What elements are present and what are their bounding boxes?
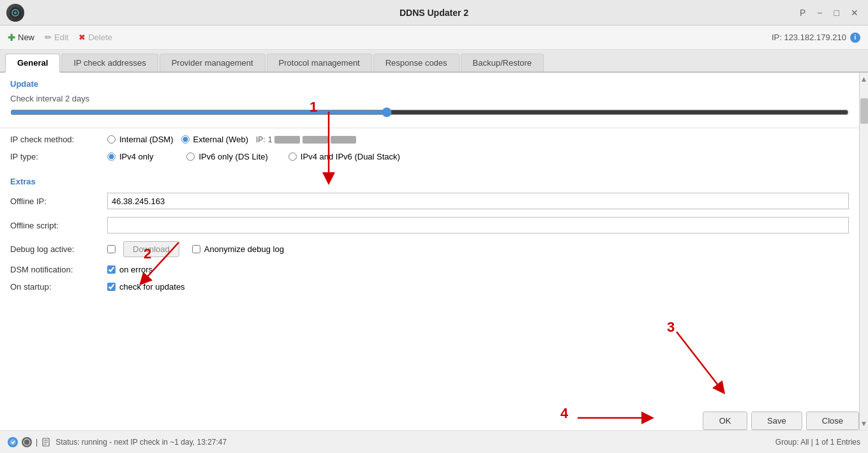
- app-icon: [6, 4, 24, 22]
- delete-button[interactable]: ✖ Delete: [79, 33, 112, 42]
- new-label: New: [18, 33, 34, 42]
- ipv6-label: IPv6 only (DS Lite): [198, 152, 267, 161]
- on-errors-label: on errors: [119, 265, 153, 274]
- offline-ip-label: Offline IP:: [10, 197, 100, 206]
- on-startup-label: On startup:: [10, 282, 100, 292]
- external-radio-group: External (Web): [181, 135, 248, 144]
- main-content: Update Check interval 2 days IP check me…: [0, 73, 868, 430]
- statusbar: | Status: running - next IP check in ~1 …: [0, 430, 868, 453]
- ip-number: 1: [268, 135, 273, 144]
- maximize-button[interactable]: □: [831, 6, 842, 19]
- delete-icon: ✖: [79, 33, 86, 42]
- pipe-divider: |: [36, 438, 38, 447]
- ip-blurred-1: [274, 136, 300, 144]
- ipv4-radio[interactable]: [107, 152, 116, 161]
- tab-protocol[interactable]: Protocol management: [267, 54, 372, 71]
- close-button[interactable]: ✕: [848, 6, 862, 19]
- external-label: External (Web): [193, 135, 248, 144]
- internal-label: Internal (DSM): [119, 135, 174, 144]
- check-updates-label: check for updates: [119, 282, 185, 292]
- svg-point-2: [14, 11, 17, 14]
- extras-section-header: Extras: [0, 170, 859, 189]
- ipv6-radio[interactable]: [186, 152, 195, 161]
- titlebar-left: [6, 4, 24, 22]
- check-interval-label: Check interval 2 days: [10, 94, 849, 103]
- internal-radio[interactable]: [107, 135, 116, 144]
- window-title: DDNS Updater 2: [400, 8, 468, 18]
- debug-log-checkbox[interactable]: [107, 245, 116, 253]
- minimize-button[interactable]: −: [814, 6, 825, 19]
- tab-ip-check[interactable]: IP check addresses: [61, 54, 158, 71]
- spacer-1: [0, 165, 859, 170]
- scrollbar[interactable]: ▲ ▼: [859, 73, 868, 430]
- toolbar-right: IP: 123.182.179.210 i: [772, 33, 860, 43]
- status-text: Status: running - next IP check in ~1 da…: [56, 438, 227, 447]
- on-errors-group: on errors: [107, 265, 153, 274]
- ip-blurred-3: [331, 136, 356, 144]
- content-area: Update Check interval 2 days IP check me…: [0, 73, 859, 430]
- toolbar: ✚ New ✏ Edit ✖ Delete IP: 123.182.179.21…: [0, 26, 868, 50]
- tab-response[interactable]: Response codes: [373, 54, 460, 71]
- statusbar-icons: |: [8, 437, 50, 447]
- download-button: Download: [123, 241, 179, 257]
- dual-radio[interactable]: [288, 152, 297, 161]
- statusbar-left: | Status: running - next IP check in ~1 …: [8, 437, 227, 447]
- save-button[interactable]: Save: [751, 412, 802, 430]
- edit-button[interactable]: ✏ Edit: [45, 33, 68, 42]
- tab-provider[interactable]: Provider management: [160, 54, 266, 71]
- ip-blurred-2: [303, 136, 328, 144]
- dual-label: IPv4 and IPv6 (Dual Stack): [301, 152, 400, 161]
- check-updates-checkbox[interactable]: [107, 283, 116, 291]
- status-icon-2: [22, 437, 32, 447]
- group-text: Group: All | 1 of 1 Entries: [775, 438, 860, 447]
- anonymize-group: Anonymize debug log: [192, 244, 284, 254]
- dsm-notification-row: DSM notification: on errors: [0, 261, 859, 278]
- check-updates-group: check for updates: [107, 282, 185, 292]
- svg-point-3: [10, 439, 16, 445]
- footer-buttons: OK Save Close: [703, 412, 859, 430]
- ip-prefix: IP:: [256, 135, 266, 144]
- dual-radio-group: IPv4 and IPv6 (Dual Stack): [288, 152, 400, 161]
- offline-ip-row: Offline IP:: [0, 189, 859, 213]
- ok-button[interactable]: OK: [703, 412, 747, 430]
- debug-log-checkbox-group: [107, 245, 116, 253]
- divider-1: [0, 128, 859, 128]
- edit-icon: ✏: [45, 33, 52, 42]
- anonymize-checkbox[interactable]: [192, 245, 200, 253]
- update-section-header: Update: [0, 73, 859, 91]
- debug-log-row: Debug log active: Download Anonymize deb…: [0, 237, 859, 261]
- ip-info-icon[interactable]: i: [850, 33, 860, 43]
- statusbar-right: Group: All | 1 of 1 Entries: [775, 438, 860, 447]
- offline-script-row: Offline script:: [0, 213, 859, 237]
- tab-general[interactable]: General: [5, 54, 60, 73]
- plus-icon: ✚: [8, 33, 15, 43]
- close-button-footer[interactable]: Close: [806, 412, 859, 430]
- edit-label: Edit: [54, 33, 68, 42]
- ip-type-label: IP type:: [10, 152, 100, 161]
- offline-script-input[interactable]: [107, 217, 849, 234]
- on-startup-row: On startup: check for updates: [0, 278, 859, 295]
- internal-radio-group: Internal (DSM): [107, 135, 174, 144]
- svg-point-4: [24, 439, 30, 445]
- check-interval-slider[interactable]: [10, 107, 849, 117]
- ip-check-method-label: IP check method:: [10, 135, 100, 144]
- ipv4-label: IPv4 only: [119, 152, 153, 161]
- new-button[interactable]: ✚ New: [8, 33, 34, 43]
- ipv6-radio-group: IPv6 only (DS Lite): [186, 152, 267, 161]
- ip-display: IP: 123.182.179.210: [772, 33, 846, 42]
- dsm-notification-label: DSM notification:: [10, 265, 100, 274]
- tab-backup[interactable]: Backup/Restore: [461, 54, 544, 71]
- titlebar: DDNS Updater 2 P − □ ✕: [0, 0, 868, 26]
- ip-type-row: IP type: IPv4 only IPv6 only (DS Lite) I…: [0, 148, 859, 165]
- slider-container: [10, 107, 849, 120]
- debug-log-label: Debug log active:: [10, 244, 100, 254]
- scrollbar-thumb[interactable]: [860, 98, 868, 124]
- status-icon-1: [8, 437, 18, 447]
- delete-label: Delete: [88, 33, 112, 42]
- offline-ip-input[interactable]: [107, 193, 849, 209]
- on-errors-checkbox[interactable]: [107, 265, 116, 274]
- pin-button[interactable]: P: [797, 6, 809, 19]
- ip-check-method-row: IP check method: Internal (DSM) External…: [0, 131, 859, 148]
- external-radio[interactable]: [181, 135, 190, 144]
- slider-row: Check interval 2 days: [0, 91, 859, 125]
